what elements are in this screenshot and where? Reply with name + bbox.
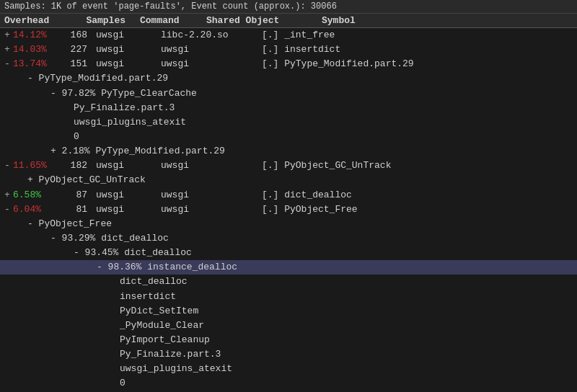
header-command: Command	[134, 15, 206, 26]
samples-value: 151	[60, 57, 96, 71]
shared-object-value: uwsgi	[161, 159, 262, 173]
header-row: Overhead Samples Command Shared Object S…	[0, 14, 577, 28]
tree-text: + PyObject_GC_UnTrack	[27, 173, 146, 187]
command-value: uwsgi	[96, 28, 161, 43]
tree-text: - 93.29% dict_dealloc	[50, 231, 169, 246]
overhead-value: 6.04%	[13, 202, 60, 217]
tree-text: - 97.82% PyType_ClearCache	[50, 86, 197, 101]
table-row: uwsgi_plugins_atexit	[0, 362, 577, 376]
samples-value: 87	[60, 188, 96, 202]
tree-text: - PyType_Modified.part.29	[27, 71, 168, 86]
tree-text: PyImport_Cleanup	[120, 333, 210, 347]
shared-object-value: libc-2.20.so	[161, 28, 262, 43]
overhead-value: 14.03%	[13, 43, 60, 57]
command-value: uwsgi	[96, 159, 161, 173]
overhead-value: 6.58%	[13, 188, 60, 202]
tree-text: + 2.18% PyType_Modified.part.29	[50, 144, 225, 159]
tree-text: 0	[120, 376, 125, 390]
symbol-value: [.] PyType_Modified.part.29	[262, 57, 414, 71]
table-row: + PyObject_GC_UnTrack	[0, 173, 577, 187]
table-row: _PyModule_Clear	[0, 318, 577, 333]
shared-object-value: uwsgi	[161, 43, 262, 57]
table-row: - 97.82% PyType_ClearCache	[0, 86, 577, 101]
tree-text: uwsgi_plugins_atexit	[74, 115, 186, 130]
samples-value: 227	[60, 43, 96, 57]
overhead-value: 14.12%	[13, 28, 60, 43]
content-area[interactable]: +14.12%168uwsgilibc-2.20.so[.] _int_free…	[0, 28, 577, 390]
symbol-value: [.] _int_free	[262, 28, 335, 43]
command-value: uwsgi	[96, 202, 161, 217]
table-row: Py_Finalize.part.3	[0, 347, 577, 362]
table-row: +14.12%168uwsgilibc-2.20.so[.] _int_free	[0, 28, 577, 43]
table-row: - PyType_Modified.part.29	[0, 71, 577, 86]
symbol-value: [.] dict_dealloc	[262, 188, 352, 202]
table-row: -11.65%182uwsgiuwsgi[.] PyObject_GC_UnTr…	[0, 159, 577, 173]
overhead-value: 11.65%	[13, 159, 60, 173]
table-row: - 93.45% dict_dealloc	[0, 246, 577, 260]
sign-icon: -	[4, 57, 13, 71]
table-row: +14.03%227uwsgiuwsgi[.] insertdict	[0, 43, 577, 57]
table-row: -13.74%151uwsgiuwsgi[.] PyType_Modified.…	[0, 57, 577, 71]
overhead-value: 13.74%	[13, 57, 60, 71]
table-row: -6.04%81uwsgiuwsgi[.] PyObject_Free	[0, 202, 577, 217]
title-bar: Samples: 1K of event 'page-faults', Even…	[0, 0, 577, 14]
tree-text: 0	[74, 130, 79, 144]
header-overhead: Overhead	[4, 15, 69, 26]
table-row: uwsgi_plugins_atexit	[0, 115, 577, 130]
tree-text: PyDict_SetItem	[120, 304, 198, 318]
tree-text: - PyObject_Free	[27, 217, 112, 231]
samples-value: 182	[60, 159, 96, 173]
tree-text: - 98.36% instance_dealloc	[97, 260, 237, 275]
samples-value: 168	[60, 28, 96, 43]
title-text: Samples: 1K of event 'page-faults', Even…	[4, 1, 337, 12]
tree-text: Py_Finalize.part.3	[120, 347, 221, 362]
header-samples: Samples	[69, 15, 134, 26]
table-row: dict_dealloc	[0, 275, 577, 289]
tree-text: - 93.45% dict_dealloc	[74, 246, 192, 260]
table-row: insertdict	[0, 290, 577, 304]
symbol-value: [.] PyObject_Free	[262, 202, 358, 217]
sign-icon: +	[4, 188, 13, 202]
table-row: Py_Finalize.part.3	[0, 101, 577, 115]
symbol-value: [.] PyObject_GC_UnTrack	[262, 159, 391, 173]
shared-object-value: uwsgi	[161, 57, 262, 71]
table-row: + 2.18% PyType_Modified.part.29	[0, 144, 577, 159]
table-row: - PyObject_Free	[0, 217, 577, 231]
shared-object-value: uwsgi	[161, 202, 262, 217]
table-row: 0	[0, 376, 577, 390]
symbol-value: [.] insertdict	[262, 43, 340, 57]
command-value: uwsgi	[96, 57, 161, 71]
table-row: PyImport_Cleanup	[0, 333, 577, 347]
table-row: 0	[0, 130, 577, 144]
tree-text: insertdict	[120, 290, 176, 304]
command-value: uwsgi	[96, 188, 161, 202]
command-value: uwsgi	[96, 43, 161, 57]
sign-icon: -	[4, 159, 13, 173]
table-row: PyDict_SetItem	[0, 304, 577, 318]
shared-object-value: uwsgi	[161, 188, 262, 202]
table-row: +6.58%87uwsgiuwsgi[.] dict_dealloc	[0, 188, 577, 202]
header-symbol: Symbol	[322, 15, 524, 26]
sign-icon: -	[4, 202, 13, 217]
tree-text: dict_dealloc	[120, 275, 188, 289]
tree-text: Py_Finalize.part.3	[74, 101, 175, 115]
sign-icon: +	[4, 43, 13, 57]
header-shared: Shared Object	[206, 15, 322, 26]
tree-text: _PyModule_Clear	[120, 318, 204, 333]
sign-icon: +	[4, 28, 13, 43]
table-row: - 93.29% dict_dealloc	[0, 231, 577, 246]
tree-text: uwsgi_plugins_atexit	[120, 362, 232, 376]
table-row: - 98.36% instance_dealloc	[0, 260, 577, 275]
samples-value: 81	[60, 202, 96, 217]
